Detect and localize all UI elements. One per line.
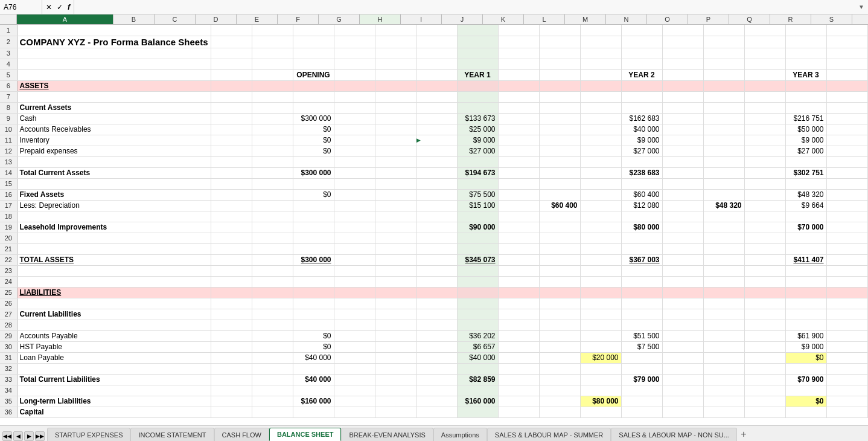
table-row: 36Capital [0, 407, 868, 417]
table-row: 19Leasehold Improvements$90 000$80 000$7… [0, 222, 868, 233]
table-row: 22TOTAL ASSETS$300 000$345 073$367 003$4… [0, 254, 868, 265]
table-row: 35Long-term Liabilities$160 000$160 000$… [0, 396, 868, 407]
formula-expand[interactable]: ▼ [855, 4, 868, 10]
col-header-G[interactable]: G [319, 14, 360, 24]
col-header-P[interactable]: P [688, 14, 729, 24]
table-row: 1 [0, 25, 868, 36]
column-headers: A B C D E F G H I J K L M N O P Q R S [0, 14, 868, 25]
col-header-S[interactable]: S [811, 14, 852, 24]
col-header-I[interactable]: I [401, 14, 442, 24]
spreadsheet: A B C D E F G H I J K L M N O P Q R S 1 … [0, 14, 868, 425]
table-row: 30HST Payable$0$6 657$7 500$9 000 [0, 341, 868, 352]
table-row: 29Accounts Payable$0$36 202$51 500$61 90… [0, 330, 868, 341]
col-header-D[interactable]: D [196, 14, 237, 24]
cell-reference[interactable]: A76 [0, 0, 42, 14]
table-row: 33Total Current Liabilities$40 000$82 85… [0, 374, 868, 385]
table-row: 34 [0, 385, 868, 396]
table-row: 9Cash$300 000$133 673$162 683$216 751 [0, 113, 868, 124]
col-header-J[interactable]: J [442, 14, 483, 24]
table-row: 18 [0, 211, 868, 222]
function-icon[interactable]: f [68, 3, 70, 11]
table-row: 17Less: Depreciation$15 100$60 400$12 08… [0, 200, 868, 211]
formula-bar: A76 ✕ ✓ f ▼ [0, 0, 868, 14]
table-row: 16Fixed Assets$0$75 500$60 400$48 320 [0, 189, 868, 200]
table-row: 27Current Liabilities [0, 309, 868, 320]
confirm-icon[interactable]: ✓ [57, 3, 63, 11]
cancel-icon[interactable]: ✕ [46, 3, 52, 11]
col-header-B[interactable]: B [113, 14, 155, 24]
formula-icons: ✕ ✓ f [42, 0, 74, 14]
table-row: 31Loan Payable$40 000$40 000$20 000$0 [0, 352, 868, 363]
grid: 1 2COMPANY XYZ - Pro Forma Balance Sheet… [0, 25, 868, 418]
col-header-L[interactable]: L [524, 14, 565, 24]
table-row: 12Prepaid expenses$0$27 000$27 000$27 00… [0, 146, 868, 156]
table-row: 10Accounts Receivables$0$25 000$40 000$5… [0, 124, 868, 135]
col-header-O[interactable]: O [647, 14, 688, 24]
col-header-Q[interactable]: Q [729, 14, 770, 24]
col-header-A[interactable]: A [17, 14, 113, 24]
table-row: 11Inventory$0▶$9 000$9 000$9 000 [0, 135, 868, 146]
col-header-K[interactable]: K [483, 14, 524, 24]
table-row: 24 [0, 276, 868, 287]
col-header-F[interactable]: F [278, 14, 319, 24]
table-row: 21 [0, 243, 868, 254]
col-header-E[interactable]: E [237, 14, 278, 24]
col-header-N[interactable]: N [606, 14, 647, 24]
col-header-H[interactable]: H [360, 14, 401, 24]
table-row: 14Total Current Assets$300 000$194 673$2… [0, 167, 868, 178]
table-row: 25LIABILITIES [0, 287, 868, 298]
table-row: 2COMPANY XYZ - Pro Forma Balance Sheets [0, 36, 868, 48]
table-row: 23 [0, 265, 868, 276]
table-row: 8Current Assets [0, 102, 868, 113]
table-row: 4 [0, 59, 868, 69]
table-row: 7 [0, 91, 868, 102]
table-row: 15 [0, 178, 868, 189]
col-header-C[interactable]: C [155, 14, 196, 24]
col-header-R[interactable]: R [770, 14, 811, 24]
table-row: 6ASSETS [0, 80, 868, 91]
table-row: 3 [0, 48, 868, 59]
table-row: 20 [0, 233, 868, 243]
col-header-M[interactable]: M [565, 14, 606, 24]
table-row: 32 [0, 363, 868, 374]
table-row: 28 [0, 320, 868, 330]
table-row: 26 [0, 298, 868, 309]
table-row: 13 [0, 156, 868, 167]
row-num-header [0, 14, 17, 24]
table-row: 5OPENINGYEAR 1YEAR 2YEAR 3 [0, 69, 868, 80]
